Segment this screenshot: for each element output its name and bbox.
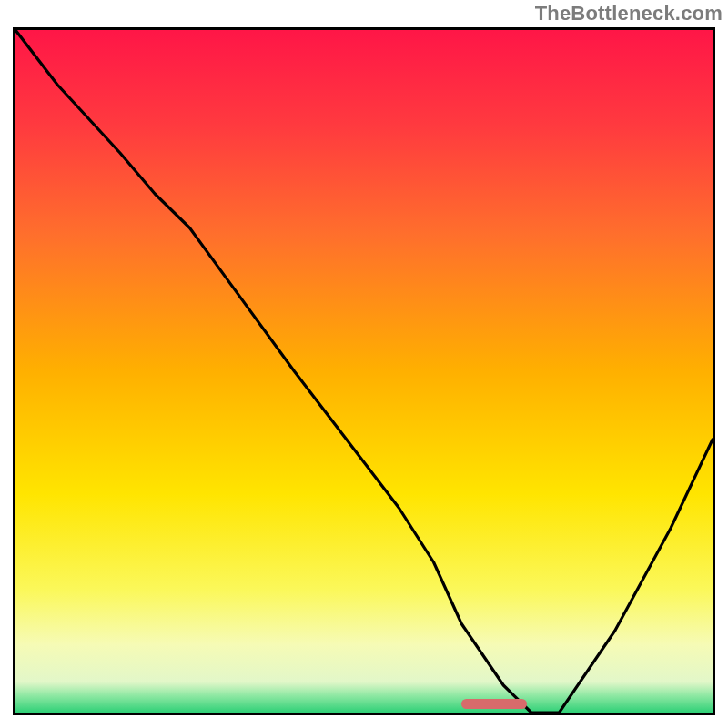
watermark-text: TheBottleneck.com [535, 2, 723, 25]
gradient-rect [15, 30, 713, 713]
optimum-marker [461, 699, 527, 709]
chart-stage: TheBottleneck.com [0, 0, 728, 728]
gradient-background [15, 30, 713, 713]
plot-area [13, 27, 715, 715]
